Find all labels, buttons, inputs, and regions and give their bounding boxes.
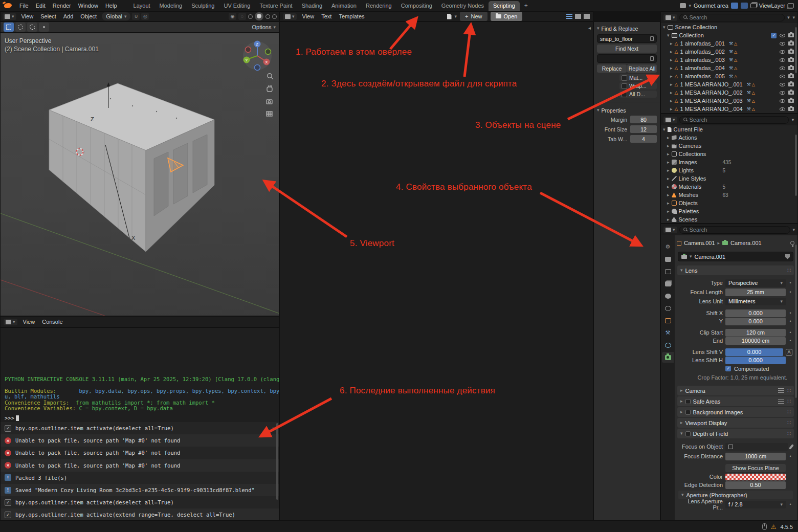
shift-x-field[interactable]: 0.000 bbox=[725, 309, 786, 317]
drag-handle-icon[interactable]: ∷ bbox=[787, 267, 791, 274]
drag-handle-icon[interactable]: ∷ bbox=[787, 430, 791, 437]
fake-user-icon[interactable] bbox=[785, 254, 790, 259]
disable-render-icon[interactable] bbox=[788, 58, 794, 62]
outliner-search-input[interactable]: Search bbox=[679, 14, 785, 21]
chevron-right-icon[interactable]: ▸ bbox=[667, 152, 670, 157]
editor-type-button[interactable]: ▾ bbox=[663, 227, 677, 233]
workspace-tab[interactable]: Layout bbox=[129, 1, 155, 11]
focus-distance-field[interactable]: 1000 cm bbox=[725, 453, 786, 460]
datablock-category-row[interactable]: ▸ Collections bbox=[661, 150, 797, 158]
console-log-row[interactable]: bpy.ops.outliner.item_activate(extend_ra… bbox=[1, 508, 279, 521]
chevron-right-icon[interactable]: ▸ bbox=[667, 201, 670, 206]
hide-viewport-icon[interactable] bbox=[780, 42, 785, 46]
chevron-right-icon[interactable]: ▸ bbox=[667, 209, 670, 214]
find-next-button[interactable]: Find Next bbox=[597, 45, 657, 53]
hide-viewport-icon[interactable] bbox=[780, 75, 785, 78]
disable-render-icon[interactable] bbox=[788, 99, 794, 103]
shading-rendered-icon[interactable] bbox=[272, 14, 277, 19]
properties-scrollbar[interactable] bbox=[795, 245, 797, 398]
datablock-category-row[interactable]: ▸ Objects bbox=[661, 199, 797, 207]
open-text-button[interactable]: Open bbox=[491, 12, 523, 21]
editor-type-button[interactable]: ▾ bbox=[4, 319, 17, 325]
properties-panel-header[interactable]: ▸ Background Images ∷ bbox=[677, 407, 794, 417]
clip-end-field[interactable]: 100000 cm bbox=[725, 337, 786, 345]
auto-badge[interactable]: A bbox=[786, 349, 792, 356]
console-log-row[interactable]: Saved "Modern_Cozy_Living_Room_3c2bd3c1-… bbox=[1, 484, 279, 496]
hide-viewport-icon[interactable] bbox=[780, 34, 785, 37]
editor-type-button[interactable]: ▾ bbox=[663, 117, 677, 123]
navigation-gizmo[interactable]: Z X Y bbox=[243, 41, 272, 71]
console-log-row[interactable]: Unable to pack file, source path 'Map #0… bbox=[1, 459, 279, 472]
hide-viewport-icon[interactable] bbox=[780, 91, 785, 95]
animate-dot[interactable]: • bbox=[788, 290, 792, 295]
chevron-right-icon[interactable]: ▸ bbox=[667, 193, 670, 197]
workspace-tab[interactable]: Texture Paint bbox=[255, 1, 297, 11]
gizmo-neg-y-axis[interactable] bbox=[265, 49, 271, 55]
console-log-row[interactable]: bpy.ops.outliner.item_activate(deselect_… bbox=[1, 496, 279, 508]
panel-checkbox[interactable] bbox=[685, 399, 691, 404]
hide-viewport-icon[interactable] bbox=[780, 66, 785, 70]
chevron-down-icon[interactable]: ▾ bbox=[663, 25, 666, 30]
console-log-row[interactable]: Packed 3 file(s) bbox=[1, 472, 279, 484]
eyedropper-icon[interactable] bbox=[789, 444, 794, 450]
panel-checkbox[interactable] bbox=[685, 410, 691, 415]
filter-icon[interactable]: ▼ bbox=[787, 15, 791, 20]
python-console[interactable]: PYTHON INTERACTIVE CONSOLE 3.11.11 (main… bbox=[0, 327, 279, 521]
drag-handle-icon[interactable]: ∷ bbox=[787, 398, 791, 405]
text-editor-menu-item[interactable]: Templates bbox=[335, 12, 368, 20]
chevron-right-icon[interactable]: ▸ bbox=[670, 41, 673, 46]
console-log-row[interactable]: Unable to pack file, source path 'Map #0… bbox=[1, 447, 279, 459]
camera-view-icon[interactable] bbox=[267, 100, 272, 104]
blend-file-search-input[interactable]: Search bbox=[679, 116, 789, 124]
outliner-object-row[interactable]: ▸ △ 1 MESA ARRANJO_.001 ⚒ △ bbox=[661, 80, 797, 88]
viewport-canvas[interactable]: Z X Z bbox=[0, 33, 279, 316]
properties-panel-header[interactable]: ▸ Safe Areas ∷ bbox=[677, 396, 794, 406]
property-value-field[interactable]: 4 bbox=[630, 135, 657, 143]
scene-name[interactable]: Gourmet area bbox=[694, 3, 728, 9]
animate-dot[interactable]: • bbox=[788, 311, 792, 316]
chevron-right-icon[interactable]: ▸ bbox=[670, 66, 673, 71]
scene-collection-row[interactable]: ▾ Scene Collection bbox=[661, 23, 797, 31]
workspace-tab[interactable]: Geometry Nodes bbox=[437, 1, 489, 11]
move-view-icon[interactable] bbox=[267, 85, 272, 92]
chevron-right-icon[interactable]: ▸ bbox=[667, 176, 670, 181]
chevron-right-icon[interactable]: ▸ bbox=[670, 74, 673, 79]
chevron-right-icon[interactable]: ▸ bbox=[667, 144, 670, 148]
collection-row[interactable]: ▾ Collection bbox=[661, 31, 797, 39]
tab-scene[interactable] bbox=[662, 291, 674, 301]
shift-y-field[interactable]: 0.000 bbox=[725, 318, 786, 325]
shading-solid-active[interactable] bbox=[255, 12, 263, 20]
animate-dot[interactable]: • bbox=[788, 454, 792, 459]
chevron-right-icon[interactable]: ▸ bbox=[667, 136, 670, 140]
hide-viewport-icon[interactable] bbox=[780, 99, 785, 103]
chevron-right-icon[interactable]: ▸ bbox=[667, 217, 670, 222]
datablock-category-row[interactable]: ▸ Actions bbox=[661, 134, 797, 142]
hide-viewport-icon[interactable] bbox=[780, 50, 785, 54]
viewport-menu-item[interactable]: Object bbox=[77, 12, 100, 20]
syntax-highlight-icon[interactable] bbox=[584, 14, 590, 19]
outliner-object-row[interactable]: ▸ △ 1 almofadas_.002 ⚒ △ bbox=[661, 48, 797, 56]
properties-panel-header[interactable]: ▸ Viewport Display ∷ bbox=[677, 418, 794, 428]
chevron-right-icon[interactable]: ▸ bbox=[670, 82, 673, 87]
blender-logo-icon[interactable] bbox=[4, 3, 12, 8]
replace-button[interactable]: Replace bbox=[597, 64, 627, 73]
text-editor-menu-item[interactable]: View bbox=[299, 12, 318, 20]
show-overlays-icon[interactable]: ◌ bbox=[238, 13, 246, 20]
focus-object-dropdown[interactable] bbox=[725, 443, 788, 451]
replace-input[interactable] bbox=[597, 54, 657, 63]
disable-render-icon[interactable] bbox=[788, 50, 794, 54]
find-input[interactable]: snap_to_floor bbox=[597, 34, 657, 43]
search-toggle-button[interactable]: Mat... bbox=[619, 74, 657, 81]
animate-dot[interactable]: • bbox=[788, 338, 792, 343]
drag-handle-icon[interactable]: ∷ bbox=[787, 419, 791, 426]
properties-search-input[interactable]: Search bbox=[679, 226, 791, 234]
focus-plane-color-swatch[interactable] bbox=[725, 474, 786, 480]
disable-render-icon[interactable] bbox=[788, 82, 794, 86]
copy-view-layer-icon[interactable] bbox=[788, 3, 794, 8]
find-replace-panel-header[interactable]: ▾ Find & Replace bbox=[597, 24, 657, 33]
lens-panel-header[interactable]: ▾ Lens ∷ bbox=[677, 265, 794, 275]
clip-start-field[interactable]: 120 cm bbox=[725, 329, 786, 337]
tab-object[interactable] bbox=[662, 315, 674, 326]
line-numbers-icon[interactable] bbox=[566, 14, 572, 19]
lens-unit-dropdown[interactable]: Millimeters▾ bbox=[725, 298, 786, 305]
